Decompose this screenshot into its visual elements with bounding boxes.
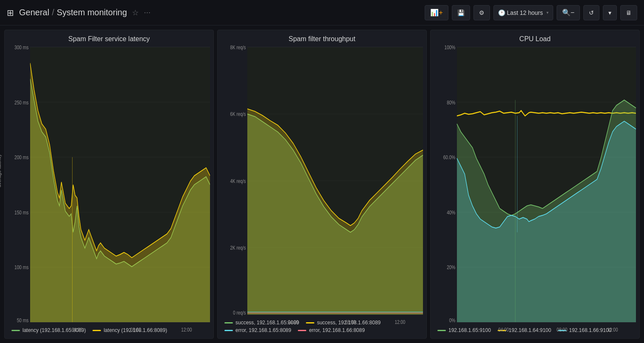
legend-color-error-65 — [224, 330, 233, 331]
y-axis-label-latency: average latency — [0, 154, 2, 187]
settings-button[interactable]: ⚙ — [473, 5, 490, 20]
svg-text:6K req/s: 6K req/s — [230, 111, 246, 117]
svg-text:20%: 20% — [447, 264, 455, 271]
svg-text:80%: 80% — [447, 99, 455, 106]
legend-color-green — [11, 330, 20, 331]
chart-svg-latency: 300 ms 250 ms 200 ms 150 ms 100 ms 50 ms… — [30, 47, 210, 322]
legend-color-success-65 — [224, 322, 233, 323]
svg-text:08:00: 08:00 — [345, 318, 356, 325]
svg-text:08:00: 08:00 — [557, 326, 567, 333]
chart-body-throughput: 8K req/s 6K req/s 4K req/s 2K req/s 0 re… — [218, 45, 426, 316]
chart-body-spam-latency: average latency 300 ms 250 ms 200 ms 150… — [5, 45, 213, 324]
svg-text:150 ms: 150 ms — [14, 209, 28, 216]
svg-text:2K req/s: 2K req/s — [230, 245, 246, 251]
panel-title-spam-throughput: Spam filter throughput — [218, 30, 426, 45]
time-range-caret: ▾ — [546, 10, 549, 15]
legend-label-cpu-65: 192.168.1.65:9100 — [448, 327, 491, 333]
share-icon[interactable]: ⋯ — [144, 8, 151, 17]
legend-color-yellow — [92, 330, 101, 331]
breadcrumb-separator: / — [52, 8, 54, 17]
panel-title-spam-latency: Spam Filter service latency — [5, 30, 213, 45]
svg-text:300 ms: 300 ms — [14, 44, 28, 51]
panel-spam-latency: Spam Filter service latency average late… — [4, 30, 214, 339]
zoom-out-button[interactable]: 🔍− — [557, 5, 580, 20]
refresh-button[interactable]: ↺ — [583, 5, 599, 20]
svg-text:60.0%: 60.0% — [443, 154, 456, 161]
svg-text:40%: 40% — [447, 209, 455, 216]
grid-icon: ⊞ — [7, 8, 14, 18]
refresh-icon: ↺ — [589, 9, 594, 16]
chart-body-cpu: 100% 80% 60.0% 40% 20% 0% 04:00 08:00 12… — [431, 45, 639, 324]
top-header: ⊞ General / System monitoring ☆ ⋯ 📊+ 💾 ⚙… — [0, 0, 644, 25]
svg-text:04:00: 04:00 — [498, 326, 509, 333]
chart-svg-cpu: 100% 80% 60.0% 40% 20% 0% 04:00 08:00 12… — [457, 47, 636, 322]
svg-text:04:00: 04:00 — [72, 326, 83, 333]
dashboard-main: Spam Filter service latency average late… — [0, 25, 644, 343]
legend-item-error-66: error, 192.168.1.66:8089 — [298, 327, 364, 333]
svg-text:8K req/s: 8K req/s — [230, 44, 246, 50]
add-panel-button[interactable]: 📊+ — [425, 5, 448, 20]
panel-title-cpu: CPU Load — [431, 30, 639, 45]
legend-label-error-66: error, 192.168.1.66:8089 — [309, 327, 364, 333]
svg-text:250 ms: 250 ms — [14, 99, 28, 106]
chart-svg-throughput: 8K req/s 6K req/s 4K req/s 2K req/s 0 re… — [247, 47, 423, 315]
legend-color-cpu-65 — [437, 330, 446, 331]
add-panel-icon: 📊+ — [430, 8, 442, 17]
legend-label-error-65: error, 192.168.1.65:8089 — [235, 327, 291, 333]
refresh-interval-button[interactable]: ▾ — [603, 5, 617, 20]
svg-text:0%: 0% — [449, 317, 456, 323]
svg-text:12:00: 12:00 — [395, 318, 406, 325]
svg-text:100 ms: 100 ms — [14, 264, 28, 271]
legend-item-cpu-65: 192.168.1.65:9100 — [437, 327, 491, 333]
page-title: System monitoring — [57, 8, 127, 17]
panel-cpu-load: CPU Load 100% 80% 60.0% 40% 20% 0% 04:00 — [430, 30, 640, 339]
svg-text:04:00: 04:00 — [288, 318, 299, 325]
legend-item-error-65: error, 192.168.1.65:8089 — [224, 327, 291, 333]
legend-label-cpu-66: 192.168.1.66:9100 — [569, 327, 611, 333]
svg-text:12:00: 12:00 — [181, 326, 192, 333]
save-icon: 💾 — [457, 9, 465, 16]
legend-item-success-66: success, 192.168.1.66:8089 — [306, 320, 381, 326]
svg-text:4K req/s: 4K req/s — [230, 177, 246, 184]
svg-text:0 req/s: 0 req/s — [233, 309, 246, 316]
svg-text:50 ms: 50 ms — [17, 317, 29, 323]
gear-icon: ⚙ — [479, 9, 484, 16]
tv-icon: 🖥 — [626, 9, 632, 16]
svg-text:12:00: 12:00 — [607, 326, 618, 333]
svg-text:100%: 100% — [445, 44, 456, 51]
legend-item-yellow-latency: latency (192.168.1.66:8089) — [92, 327, 167, 333]
clock-icon: 🕐 — [498, 9, 505, 16]
panel-spam-throughput: Spam filter throughput 8K req/s 6K req/s… — [217, 30, 427, 339]
breadcrumb-home[interactable]: General — [19, 8, 49, 17]
zoom-out-icon: 🔍− — [562, 8, 574, 17]
tv-mode-button[interactable]: 🖥 — [620, 5, 637, 20]
save-button[interactable]: 💾 — [452, 5, 470, 20]
legend-label-cpu-64: 192.168.1.64:9100 — [509, 327, 551, 333]
svg-text:08:00: 08:00 — [130, 326, 141, 333]
time-range-picker[interactable]: 🕐 Last 12 hours ▾ — [493, 5, 553, 20]
svg-text:200 ms: 200 ms — [14, 154, 28, 161]
refresh-interval-icon: ▾ — [608, 9, 611, 16]
star-icon[interactable]: ☆ — [132, 8, 139, 17]
breadcrumb: General / System monitoring — [19, 8, 127, 17]
time-range-label: Last 12 hours — [507, 9, 543, 16]
legend-color-error-66 — [298, 330, 306, 331]
legend-color-success-66 — [306, 322, 314, 323]
